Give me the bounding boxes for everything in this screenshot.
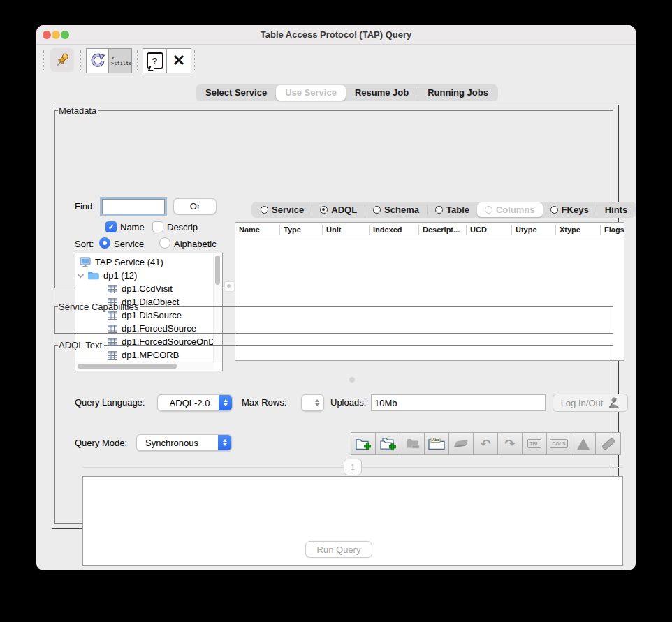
metadata-legend: Metadata xyxy=(58,105,98,116)
view-tab-label: Service xyxy=(272,205,304,215)
rename-tab-button[interactable]: Abc xyxy=(425,433,449,454)
hints-button[interactable]: Hints xyxy=(597,202,636,217)
find-input[interactable] xyxy=(102,199,165,214)
redo-button[interactable]: ↷ xyxy=(498,433,523,454)
column-header[interactable]: Xtype xyxy=(556,225,601,235)
insert-table-button[interactable]: TBL xyxy=(523,433,547,454)
radio-icon xyxy=(550,206,558,214)
toolbar-grip xyxy=(137,50,138,71)
view-tab-label: Columns xyxy=(496,205,535,215)
tree-row-table[interactable]: dp1.CcdVisit xyxy=(108,282,173,295)
tree-split-divider-handle[interactable] xyxy=(224,281,235,292)
stilts-icon: >stilts xyxy=(111,61,132,66)
folder-icon xyxy=(87,271,99,280)
sort-alphabetic-radio[interactable] xyxy=(159,237,170,249)
view-tab-adql[interactable]: ADQL xyxy=(312,202,365,217)
tree-table-label: dp1.CcdVisit xyxy=(122,283,173,294)
table-icon xyxy=(108,285,117,293)
column-header[interactable]: Unit xyxy=(323,225,370,235)
view-tab-label: Table xyxy=(446,205,469,215)
check-icon: ✓ xyxy=(108,223,114,232)
tab-select-service[interactable]: Select Service xyxy=(196,85,276,101)
close-dialog-button[interactable]: ✕ xyxy=(167,49,191,73)
name-checkbox-label[interactable]: Name xyxy=(120,222,145,232)
radio-selected-icon xyxy=(320,206,328,214)
add-tab-button[interactable] xyxy=(351,433,376,454)
redo-icon: ↷ xyxy=(504,438,515,450)
window-title: Table Access Protocol (TAP) Query xyxy=(36,25,636,44)
sort-service-label[interactable]: Service xyxy=(114,239,144,249)
close-icon: ✕ xyxy=(173,53,185,68)
rename-tab-icon: Abc xyxy=(428,436,446,452)
tbl-icon: TBL xyxy=(527,439,541,448)
view-tab-label: ADQL xyxy=(331,205,357,215)
insert-columns-button[interactable]: COLS xyxy=(547,433,571,454)
warning-icon xyxy=(577,438,590,450)
sort-alphabetic-label[interactable]: Alphabetic xyxy=(174,239,217,249)
bandaid-icon xyxy=(601,437,615,450)
query-mode-select[interactable]: Synchronous xyxy=(136,434,232,451)
service-capabilities-legend: Service Capabilities xyxy=(58,302,140,312)
fix-errors-button[interactable] xyxy=(596,433,620,454)
tab-resume-job[interactable]: Resume Job xyxy=(346,85,418,101)
reload-button[interactable] xyxy=(87,49,109,73)
copy-tab-button[interactable] xyxy=(376,433,400,454)
column-header[interactable]: UCD xyxy=(467,225,512,235)
stilts-button[interactable]: > >stilts xyxy=(109,49,131,73)
adql-toolbar: Abc ↶ ↷ TBL COLS xyxy=(351,432,621,455)
toolbar-grip xyxy=(80,50,81,71)
service-icon xyxy=(80,257,91,267)
show-errors-button[interactable] xyxy=(571,433,596,454)
name-checkbox[interactable]: ✓ xyxy=(105,221,117,232)
clear-text-button[interactable] xyxy=(449,433,474,454)
column-header[interactable]: Descript... xyxy=(419,225,467,235)
main-toolbar: > >stilts ? ✕ xyxy=(36,45,636,75)
chevron-down-icon[interactable] xyxy=(77,273,85,279)
run-query-button[interactable]: Run Query xyxy=(305,541,372,558)
descrip-checkbox[interactable] xyxy=(152,221,163,232)
column-header[interactable]: Utype xyxy=(512,225,556,235)
column-header[interactable]: Indexed xyxy=(370,225,419,235)
view-tab-fkeys[interactable]: FKeys xyxy=(543,202,597,217)
undo-button[interactable]: ↶ xyxy=(474,433,498,454)
view-tab-service[interactable]: Service xyxy=(253,202,312,217)
window-button-group: ? ✕ xyxy=(143,48,191,73)
adql-text-legend: ADQL Text xyxy=(58,340,104,350)
column-header[interactable]: Name xyxy=(235,225,280,235)
radio-icon xyxy=(261,206,268,214)
tab-use-service[interactable]: Use Service xyxy=(276,85,346,101)
descrip-checkbox-label[interactable]: Descrip xyxy=(167,222,198,232)
tap-query-window: Table Access Protocol (TAP) Query xyxy=(36,25,636,570)
toolbar-grip xyxy=(43,50,44,71)
pushpin-icon xyxy=(54,52,71,68)
or-button[interactable]: Or xyxy=(173,198,217,214)
remove-tab-icon xyxy=(404,436,421,452)
remove-tab-button[interactable] xyxy=(400,433,425,454)
reload-icon xyxy=(90,53,105,68)
popup-stepper-icon xyxy=(218,435,231,450)
view-tab-label: FKeys xyxy=(562,205,589,215)
radio-icon xyxy=(485,206,492,214)
tab-running-jobs[interactable]: Running Jobs xyxy=(418,85,497,101)
view-tab-schema[interactable]: Schema xyxy=(365,202,427,217)
view-tab-label: Schema xyxy=(384,205,419,215)
columns-table-header: Name Type Unit Indexed Descript... UCD U… xyxy=(235,223,624,237)
query-mode-label: Query Mode: xyxy=(75,438,127,448)
svg-text:Abc: Abc xyxy=(432,438,439,442)
column-header[interactable]: Type xyxy=(280,225,323,235)
pin-window-button[interactable] xyxy=(50,48,74,72)
title-bar: Table Access Protocol (TAP) Query xyxy=(36,25,636,45)
view-tab-label: Hints xyxy=(605,205,628,215)
scrollbar-thumb[interactable] xyxy=(215,256,220,285)
tree-schema-label: dp1 (12) xyxy=(103,270,137,281)
help-icon: ? xyxy=(147,52,163,69)
column-header[interactable]: Flags xyxy=(601,225,624,235)
help-button[interactable]: ? xyxy=(143,49,167,73)
stilts-caret: > xyxy=(111,55,114,61)
tree-row-root[interactable]: TAP Service (41) xyxy=(80,256,163,269)
adql-tab-1[interactable]: 1 xyxy=(344,459,362,475)
view-tab-table[interactable]: Table xyxy=(428,202,477,217)
sort-service-radio[interactable] xyxy=(99,237,110,249)
view-tab-columns[interactable]: Columns xyxy=(477,202,543,217)
tree-row-schema[interactable]: dp1 (12) xyxy=(77,269,137,282)
